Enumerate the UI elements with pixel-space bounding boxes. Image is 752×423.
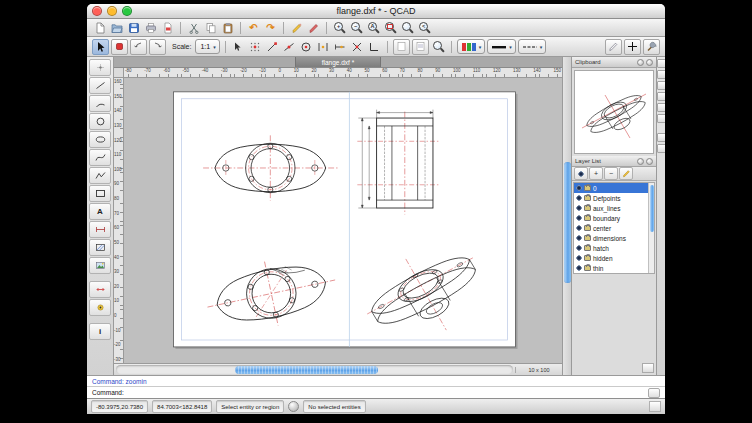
layer-row[interactable]: aux_lines	[574, 203, 649, 213]
snap-grid-icon[interactable]	[248, 40, 263, 54]
layer-row[interactable]: dimensions	[574, 233, 649, 243]
new-icon[interactable]	[92, 21, 107, 35]
snap-on-entity-icon[interactable]	[282, 40, 297, 54]
command-options-button[interactable]	[648, 388, 660, 398]
tool-spline[interactable]	[89, 149, 111, 166]
tool-point[interactable]	[89, 59, 111, 76]
deselect-icon[interactable]	[111, 39, 128, 55]
tool-circle[interactable]	[89, 113, 111, 130]
vertical-scrollbar[interactable]	[562, 57, 572, 375]
crosshair-icon[interactable]	[624, 39, 641, 55]
panel-float-button[interactable]	[637, 59, 644, 66]
zoom-in-icon[interactable]: +	[332, 21, 347, 35]
eye-icon[interactable]	[576, 245, 582, 251]
panel-close-button[interactable]	[646, 158, 653, 165]
lock-icon[interactable]	[584, 185, 591, 191]
lock-icon[interactable]	[584, 215, 591, 221]
vertical-scrollbar-thumb[interactable]	[564, 162, 571, 283]
paper-unit-button[interactable]	[393, 39, 410, 55]
zoom-window-button[interactable]	[122, 6, 132, 16]
layer-row[interactable]: Defpoints	[574, 193, 649, 203]
zoom-window-icon[interactable]	[383, 21, 398, 35]
command-input[interactable]	[127, 387, 645, 398]
tool-snap[interactable]	[89, 299, 111, 316]
tool-text[interactable]: A	[89, 203, 111, 220]
eye-icon[interactable]	[576, 255, 582, 261]
zoom-auto-icon[interactable]: A	[366, 21, 381, 35]
dock-toggle-button[interactable]	[657, 92, 666, 101]
layer-row[interactable]: thin	[574, 263, 649, 273]
snap-intersection-icon[interactable]	[350, 40, 365, 54]
dock-toggle-button[interactable]	[657, 59, 666, 68]
snap-free-icon[interactable]	[231, 40, 246, 54]
paste-icon[interactable]	[220, 21, 235, 35]
layer-row[interactable]: center	[574, 223, 649, 233]
pencil-icon[interactable]	[289, 21, 304, 35]
snap-distance-icon[interactable]	[333, 40, 348, 54]
selection-arrow-icon[interactable]	[92, 39, 109, 55]
tool-rectangle[interactable]	[89, 185, 111, 202]
layer-list-scrollbar-thumb[interactable]	[650, 185, 654, 232]
open-icon[interactable]	[109, 21, 124, 35]
tool-arc[interactable]	[89, 95, 111, 112]
dock-toggle-button[interactable]	[657, 144, 666, 153]
tool-hatch[interactable]	[89, 239, 111, 256]
export-pdf-icon[interactable]	[160, 21, 175, 35]
layer-row[interactable]: hidden	[574, 253, 649, 263]
undo-icon[interactable]: ↶	[246, 21, 261, 35]
panel-float-button[interactable]	[637, 158, 644, 165]
preferences-icon[interactable]	[643, 39, 660, 55]
linetype-select[interactable]: ▾	[518, 39, 547, 54]
lock-icon[interactable]	[584, 195, 591, 201]
toggle-visibility-icon[interactable]	[574, 167, 588, 180]
panel-close-button[interactable]	[646, 59, 653, 66]
eye-icon[interactable]	[576, 215, 582, 221]
color-select[interactable]: ▾	[457, 39, 486, 54]
horizontal-scrollbar-thumb[interactable]	[235, 366, 378, 374]
close-button[interactable]	[92, 6, 102, 16]
pen-icon[interactable]	[605, 39, 622, 55]
tool-dimension[interactable]	[89, 221, 111, 238]
restrict-orthogonal-icon[interactable]	[367, 40, 382, 54]
snap-center-icon[interactable]	[299, 40, 314, 54]
redo-icon[interactable]: ↷	[263, 21, 278, 35]
horizontal-scrollbar[interactable]	[116, 365, 513, 374]
layer-row[interactable]: 0	[574, 183, 649, 193]
tool-modify[interactable]	[89, 281, 111, 298]
eye-icon[interactable]	[576, 205, 582, 211]
eye-icon[interactable]	[576, 185, 582, 191]
copy-icon[interactable]	[203, 21, 218, 35]
snap-endpoint-icon[interactable]	[265, 40, 280, 54]
dock-toggle-button[interactable]	[657, 114, 666, 123]
lock-icon[interactable]	[584, 245, 591, 251]
tool-polyline[interactable]	[89, 167, 111, 184]
title-bar[interactable]: flange.dxf * - QCAD	[87, 4, 665, 19]
lock-icon[interactable]	[584, 225, 591, 231]
save-icon[interactable]	[126, 21, 141, 35]
eye-icon[interactable]	[576, 235, 582, 241]
eye-icon[interactable]	[576, 265, 582, 271]
lock-icon[interactable]	[584, 255, 591, 261]
paper-space-button[interactable]	[412, 39, 429, 55]
zoom-out-icon[interactable]: −	[349, 21, 364, 35]
edit-icon[interactable]	[306, 21, 321, 35]
zoom-pan-icon[interactable]	[400, 21, 415, 35]
document-tab[interactable]: flange.dxf *	[295, 57, 381, 67]
tool-ellipse[interactable]	[89, 131, 111, 148]
layer-row[interactable]: boundary	[574, 213, 649, 223]
add-layer-button[interactable]: +	[589, 167, 603, 180]
remove-layer-button[interactable]: −	[604, 167, 618, 180]
back-icon[interactable]	[130, 39, 147, 55]
tool-image[interactable]	[89, 257, 111, 274]
minimize-button[interactable]	[107, 6, 117, 16]
tool-line[interactable]	[89, 77, 111, 94]
layer-list-scrollbar[interactable]	[648, 183, 654, 273]
dock-toggle-button[interactable]	[657, 81, 666, 90]
zoom-small-icon[interactable]	[431, 40, 446, 54]
forward-icon[interactable]	[149, 39, 166, 55]
layer-row[interactable]: hatch	[574, 243, 649, 253]
lock-icon[interactable]	[584, 235, 591, 241]
cut-icon[interactable]	[186, 21, 201, 35]
eye-icon[interactable]	[576, 225, 582, 231]
drawing-canvas[interactable]	[124, 78, 562, 363]
